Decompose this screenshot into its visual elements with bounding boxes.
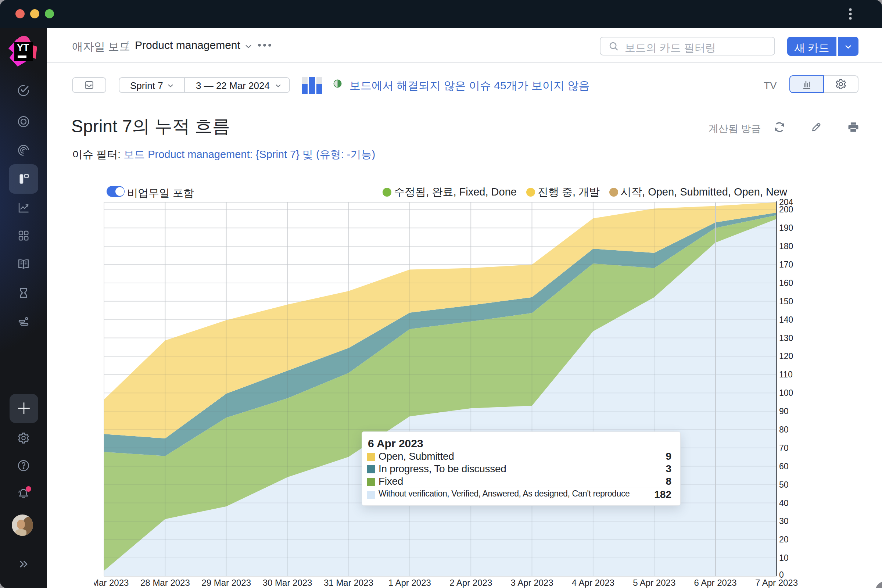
svg-text:140: 140 bbox=[779, 315, 793, 324]
svg-text:30 Mar 2023: 30 Mar 2023 bbox=[263, 578, 312, 588]
svg-text:100: 100 bbox=[779, 388, 793, 398]
svg-text:20: 20 bbox=[779, 535, 789, 544]
svg-text:7 Apr 2023: 7 Apr 2023 bbox=[755, 578, 798, 588]
svg-text:40: 40 bbox=[779, 498, 789, 508]
svg-text:3 Apr 2023: 3 Apr 2023 bbox=[510, 578, 553, 588]
svg-text:70: 70 bbox=[779, 443, 789, 453]
svg-text:130: 130 bbox=[779, 333, 793, 343]
svg-text:28 Mar 2023: 28 Mar 2023 bbox=[140, 578, 190, 588]
svg-text:170: 170 bbox=[779, 260, 793, 269]
svg-text:80: 80 bbox=[779, 425, 789, 434]
svg-text:110: 110 bbox=[779, 370, 793, 379]
svg-text:31 Mar 2023: 31 Mar 2023 bbox=[324, 578, 374, 588]
svg-text:2 Apr 2023: 2 Apr 2023 bbox=[450, 578, 492, 588]
svg-text:5 Apr 2023: 5 Apr 2023 bbox=[633, 578, 675, 588]
svg-text:180: 180 bbox=[779, 242, 793, 251]
svg-text:1 Apr 2023: 1 Apr 2023 bbox=[388, 578, 431, 588]
svg-text:50: 50 bbox=[779, 480, 789, 489]
svg-text:204: 204 bbox=[779, 198, 794, 207]
svg-text:190: 190 bbox=[779, 223, 793, 232]
svg-text:4 Apr 2023: 4 Apr 2023 bbox=[572, 578, 615, 588]
svg-text:60: 60 bbox=[779, 462, 789, 471]
svg-text:29 Mar 2023: 29 Mar 2023 bbox=[201, 578, 251, 588]
svg-text:10: 10 bbox=[779, 553, 789, 562]
svg-text:30: 30 bbox=[779, 516, 789, 526]
svg-text:120: 120 bbox=[779, 351, 793, 361]
svg-text:27 Mar 2023: 27 Mar 2023 bbox=[94, 578, 129, 588]
svg-text:150: 150 bbox=[779, 297, 793, 306]
svg-text:160: 160 bbox=[779, 278, 793, 288]
svg-text:90: 90 bbox=[779, 406, 789, 416]
svg-text:6 Apr 2023: 6 Apr 2023 bbox=[694, 578, 737, 588]
svg-text:YT: YT bbox=[17, 42, 29, 53]
